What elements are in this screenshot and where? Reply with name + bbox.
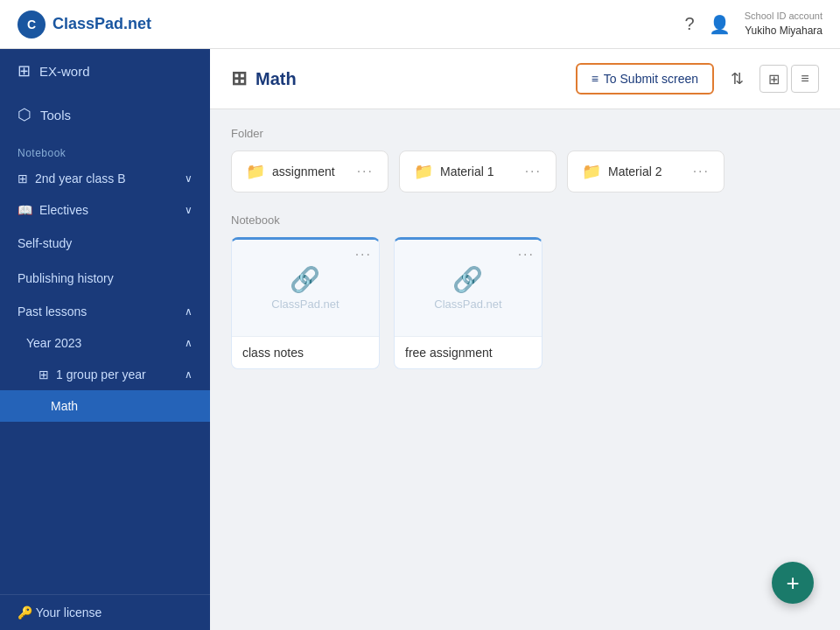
folder-card-left-material2: 📁 Material 2	[582, 162, 662, 181]
tools-icon: ⬡	[18, 105, 32, 124]
user-info: School ID account Yukiho Miyahara	[745, 10, 822, 38]
content-area: ⊞ Math ≡ To Submit screen ⇅ ⊞ ≡ Folder	[210, 49, 840, 630]
folder-icon-material2: 📁	[582, 162, 601, 181]
sidebar-item-electives-label: Electives	[39, 203, 88, 217]
ex-word-icon: ⊞	[18, 61, 31, 80]
sidebar-item-publishing-history[interactable]: Publishing history	[0, 261, 210, 296]
fab-icon: +	[786, 570, 799, 597]
main-layout: ⊞ EX-word ⬡ Tools Notebook ⊞ 2nd year cl…	[0, 49, 840, 630]
content-body: Folder 📁 assignment ··· 📁 Material 1	[210, 109, 840, 387]
sidebar-item-electives[interactable]: 📖 Electives ∨	[0, 194, 210, 226]
sidebar-item-ex-word-label: EX-word	[39, 64, 90, 79]
content-header: ⊞ Math ≡ To Submit screen ⇅ ⊞ ≡	[210, 49, 840, 109]
group-chevron: ∧	[185, 368, 192, 381]
2nd-year-icon: ⊞	[18, 172, 28, 186]
notebook-thumb-icon-free-assignment: 🔗	[452, 265, 483, 294]
user-name: Yukiho Miyahara	[745, 24, 822, 38]
notebook-card-top-class-notes: ··· 🔗 ClassPad.net	[232, 240, 379, 336]
folder-name-assignment: assignment	[272, 164, 335, 178]
sidebar-item-group-label: 1 group per year	[56, 368, 146, 382]
submit-screen-label: To Submit screen	[604, 72, 698, 86]
folder-name-material1: Material 1	[440, 164, 494, 178]
notebook-label-class-notes: class notes	[232, 336, 379, 368]
notebook-more-class-notes[interactable]: ···	[355, 247, 372, 262]
page-title-text: Math	[256, 69, 297, 89]
sidebar-item-self-study[interactable]: Self-study	[0, 226, 210, 261]
page-title: ⊞ Math	[231, 67, 297, 90]
folder-more-material1[interactable]: ···	[525, 164, 542, 179]
notebooks-row: ··· 🔗 ClassPad.net class notes ··· 🔗	[231, 237, 819, 369]
sidebar-item-group[interactable]: ⊞ 1 group per year ∧	[0, 359, 210, 390]
view-toggle: ⊞ ≡	[760, 65, 819, 93]
notebook-card-free-assignment[interactable]: ··· 🔗 ClassPad.net free assignment	[394, 237, 542, 369]
folder-name-material2: Material 2	[608, 164, 662, 178]
user-icon[interactable]: 👤	[709, 14, 731, 35]
folder-card-material1[interactable]: 📁 Material 1 ···	[399, 150, 556, 192]
sidebar-item-math-label: Math	[51, 399, 78, 413]
logo-icon: C	[18, 10, 46, 38]
folder-icon-material1: 📁	[414, 162, 433, 181]
folder-card-assignment[interactable]: 📁 assignment ···	[231, 150, 388, 192]
sidebar-item-year-2023-label: Year 2023	[26, 336, 81, 350]
content-actions: ≡ To Submit screen ⇅ ⊞ ≡	[576, 63, 819, 94]
2nd-year-chevron: ∨	[185, 172, 192, 185]
sidebar-bottom: 🔑 Your license	[0, 594, 210, 630]
sidebar: ⊞ EX-word ⬡ Tools Notebook ⊞ 2nd year cl…	[0, 49, 210, 630]
sidebar-item-ex-word[interactable]: ⊞ EX-word	[0, 49, 210, 93]
sidebar-item-your-license-label: Your license	[36, 606, 102, 620]
sidebar-item-past-lessons[interactable]: Past lessons ∧	[0, 296, 210, 327]
sidebar-item-2nd-year[interactable]: ⊞ 2nd year class B ∨	[0, 163, 210, 194]
notebook-thumb-text-class-notes: ClassPad.net	[271, 298, 339, 311]
sidebar-item-year-2023[interactable]: Year 2023 ∧	[0, 327, 210, 359]
folder-more-assignment[interactable]: ···	[357, 164, 374, 179]
sidebar-item-2nd-year-label: 2nd year class B	[35, 172, 126, 186]
folders-row: 📁 assignment ··· 📁 Material 1 ···	[231, 150, 819, 192]
help-icon[interactable]: ?	[685, 14, 695, 34]
notebook-thumb-icon-class-notes: 🔗	[290, 265, 320, 294]
math-title-icon: ⊞	[231, 67, 247, 90]
notebook-section-label: Notebook	[0, 136, 210, 163]
header-right: ? 👤 School ID account Yukiho Miyahara	[685, 10, 822, 38]
notebook-thumb-text-free-assignment: ClassPad.net	[434, 298, 501, 311]
notebook-thumb-free-assignment: 🔗 ClassPad.net	[434, 265, 501, 311]
account-label: School ID account	[745, 10, 822, 23]
folder-card-material2[interactable]: 📁 Material 2 ···	[567, 150, 724, 192]
sort-button[interactable]: ⇅	[723, 65, 751, 93]
notebook-card-class-notes[interactable]: ··· 🔗 ClassPad.net class notes	[231, 237, 380, 369]
list-view-button[interactable]: ≡	[791, 65, 819, 93]
notebook-label-free-assignment: free assignment	[395, 336, 542, 368]
folder-icon-assignment: 📁	[246, 162, 265, 181]
logo-text: ClassPad.net	[52, 15, 151, 33]
folder-section-label: Folder	[231, 127, 819, 140]
group-icon: ⊞	[38, 368, 49, 382]
sidebar-item-tools[interactable]: ⬡ Tools	[0, 93, 210, 136]
sidebar-item-your-license[interactable]: 🔑 Your license	[0, 595, 210, 630]
submit-screen-button[interactable]: ≡ To Submit screen	[576, 63, 714, 94]
sidebar-item-tools-label: Tools	[40, 108, 71, 122]
year-2023-chevron: ∧	[185, 337, 192, 349]
sidebar-item-past-lessons-label: Past lessons	[18, 304, 87, 318]
submit-screen-icon: ≡	[592, 72, 598, 86]
folder-card-left-material1: 📁 Material 1	[414, 162, 494, 181]
notebook-thumb-class-notes: 🔗 ClassPad.net	[271, 265, 339, 311]
sidebar-item-publishing-history-label: Publishing history	[18, 271, 114, 285]
sidebar-item-math[interactable]: Math	[0, 390, 210, 422]
folder-card-left: 📁 assignment	[246, 162, 335, 181]
notebook-more-free-assignment[interactable]: ···	[518, 247, 535, 262]
fab-add-button[interactable]: +	[772, 562, 814, 604]
grid-view-button[interactable]: ⊞	[760, 65, 788, 93]
license-icon: 🔑	[18, 606, 36, 620]
past-lessons-chevron: ∧	[185, 305, 192, 318]
notebook-section-label: Notebook	[231, 214, 819, 227]
app-header: C ClassPad.net ? 👤 School ID account Yuk…	[0, 0, 840, 49]
electives-icon: 📖	[18, 203, 32, 217]
logo: C ClassPad.net	[18, 10, 151, 38]
sidebar-item-self-study-label: Self-study	[18, 236, 72, 250]
folder-more-material2[interactable]: ···	[693, 164, 710, 179]
electives-chevron: ∨	[185, 204, 192, 216]
notebook-card-top-free-assignment: ··· 🔗 ClassPad.net	[395, 240, 542, 336]
